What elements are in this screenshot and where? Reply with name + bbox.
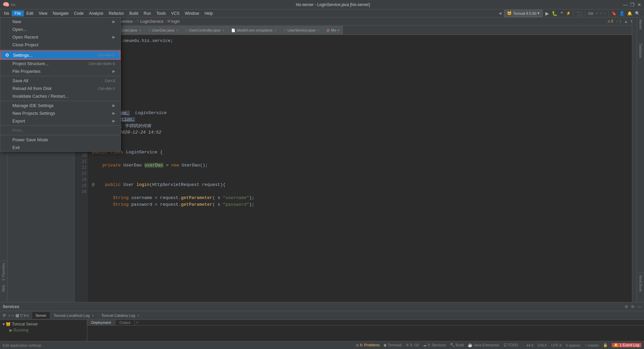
- breadcrumb-login[interactable]: M login: [167, 19, 180, 24]
- tab-close-usercontroller[interactable]: ×: [222, 29, 225, 32]
- menu-file[interactable]: File: [12, 10, 23, 16]
- menu-item-new-projects[interactable]: New Projects Settings ▶: [0, 109, 120, 117]
- service-tomcat[interactable]: ▾ 🐱 Tomcat Server: [1, 321, 86, 327]
- notification-icon[interactable]: 🔔: [627, 11, 632, 16]
- menu-item-invalidate[interactable]: Invalidate Caches / Restart...: [0, 92, 120, 100]
- menu-item-new[interactable]: New ▶: [0, 18, 120, 26]
- bottom-minimize-icon[interactable]: —: [637, 304, 641, 309]
- bottom-group[interactable]: ▦: [15, 313, 19, 318]
- web-tab[interactable]: Web: [1, 283, 6, 294]
- deployment-tabs: Deployment Output »: [87, 320, 644, 326]
- coverage-button[interactable]: ☂: [560, 11, 563, 15]
- bottom-collapse[interactable]: ↔: [11, 313, 15, 318]
- stop-button[interactable]: ⬛: [577, 11, 582, 16]
- menu-build[interactable]: Build: [127, 10, 141, 16]
- menu-item-open-recent[interactable]: Open Recent ▶: [0, 33, 120, 41]
- menu-item-exit[interactable]: Exit: [0, 144, 120, 151]
- debug-button[interactable]: 🐛: [552, 11, 557, 16]
- tab-close-tomcat-localhost[interactable]: ×: [92, 314, 94, 317]
- deployment-right-arrow[interactable]: »: [136, 320, 138, 324]
- deployment-tab[interactable]: Deployment: [87, 320, 115, 325]
- tab-usercontroller[interactable]: C UserController.java ×: [182, 26, 228, 35]
- menu-edit[interactable]: Edit: [24, 10, 36, 16]
- menu-item-settings[interactable]: ⚙ Settings... Ctrl+Alt+S: [0, 50, 120, 60]
- tab-me[interactable]: @ Me ×: [323, 26, 343, 35]
- bottom-tab-tomcat-catalina[interactable]: Tomcat Catalina Log ×: [98, 312, 143, 319]
- menu-item-project-structure[interactable]: Project Structure... Ctrl+Alt+Shift+S: [0, 60, 120, 67]
- menu-item-export[interactable]: Export ▶: [0, 117, 120, 125]
- menu-item-power-save[interactable]: Power Save Mode: [0, 136, 120, 144]
- tab-close-user[interactable]: ×: [139, 29, 141, 32]
- settings-label: Settings...: [13, 53, 98, 58]
- menu-refactor[interactable]: Refactor: [106, 10, 127, 16]
- minimize-button[interactable]: —: [623, 2, 628, 7]
- menu-item-save-all[interactable]: Save All Ctrl+S: [0, 77, 120, 85]
- breadcrumb-loginservice[interactable]: C LoginService: [137, 19, 163, 24]
- menu-code[interactable]: Code: [71, 10, 87, 16]
- menu-vcs[interactable]: VCS: [168, 10, 182, 16]
- branch-indicator[interactable]: ⑂ master: [585, 343, 599, 347]
- bottom-expand[interactable]: ↕: [8, 313, 10, 318]
- menu-item-file-properties[interactable]: File Properties ▶: [0, 67, 120, 75]
- bottom-refresh[interactable]: ⟳: [3, 313, 6, 318]
- menu-his[interactable]: his: [1, 10, 12, 16]
- bottom-settings-icon[interactable]: ⚙: [625, 304, 628, 309]
- service-running[interactable]: ▶ Running: [1, 327, 86, 333]
- bottom-play[interactable]: »: [27, 313, 29, 318]
- menu-item-manage-ide[interactable]: Manage IDE Settings ▶: [0, 102, 120, 109]
- services-indicator[interactable]: ☁ 8: Services: [423, 343, 446, 347]
- run-button[interactable]: ▶: [545, 11, 549, 16]
- tab-userservice[interactable]: C UserService.java ×: [280, 26, 323, 35]
- bottom-tab-server[interactable]: Server: [32, 312, 50, 319]
- database-panel-tab[interactable]: Database: [638, 42, 643, 60]
- menu-help[interactable]: Help: [202, 10, 215, 16]
- bookmark-button[interactable]: 🔖: [611, 11, 616, 16]
- nav-back-icon[interactable]: ◀: [499, 11, 501, 15]
- close-button[interactable]: ✕: [637, 2, 641, 7]
- menu-item-close-project[interactable]: Close Project: [0, 41, 120, 49]
- menu-tools[interactable]: Tools: [154, 10, 168, 16]
- run-config[interactable]: 🐱 Tomcat 8.5.60 ▾: [504, 10, 543, 17]
- tab-close-userservice[interactable]: ×: [317, 29, 319, 32]
- menu-run[interactable]: Run: [141, 10, 154, 16]
- problems-indicator[interactable]: ⚠ 6: Problems: [356, 343, 380, 347]
- terminal-indicator[interactable]: ◼ Terminal: [384, 343, 401, 347]
- word-book-tab[interactable]: Word Book: [638, 273, 643, 294]
- favorites-tab[interactable]: 2: Favorites: [1, 261, 6, 283]
- search-everywhere[interactable]: 🔍: [635, 11, 640, 16]
- tab-close-userdao[interactable]: ×: [176, 29, 178, 32]
- code-content[interactable]: package com.neuedu.his.service; import .…: [88, 35, 632, 302]
- menu-window[interactable]: Window: [182, 10, 202, 16]
- menu-item-print[interactable]: Print...: [0, 127, 120, 134]
- todo-indicator[interactable]: ☰ TODO: [503, 343, 518, 347]
- tab-userdao[interactable]: C UserDao.java ×: [145, 26, 182, 35]
- bottom-tab-tomcat-localhost[interactable]: Tomcat Localhost Log ×: [50, 312, 97, 319]
- tab-close-vmoptions[interactable]: ×: [275, 29, 277, 32]
- breadcrumb-sep4: ›: [165, 19, 166, 24]
- project-structure-label: Project Structure...: [12, 61, 89, 66]
- editor-scrollbar[interactable]: [632, 35, 637, 302]
- menu-item-reload[interactable]: Reload All from Disk Ctrl+Alt+Y: [0, 85, 120, 92]
- profile-button[interactable]: ⚡: [566, 11, 571, 15]
- maximize-button[interactable]: ❐: [630, 2, 635, 7]
- menu-navigate[interactable]: Navigate: [50, 10, 71, 16]
- breadcrumb-service[interactable]: service: [120, 19, 133, 24]
- tab-close-tomcat-catalina[interactable]: ×: [137, 314, 139, 317]
- bottom-filter[interactable]: ▽: [20, 313, 23, 318]
- git-indicator-status[interactable]: ⑨ 9: Git: [406, 343, 419, 347]
- tab-vmoptions[interactable]: 📄 idea64.exe.vmoptions ×: [228, 26, 280, 35]
- event-log[interactable]: 🔔 1 Event Log: [612, 343, 641, 347]
- enterprise-indicator[interactable]: ☕ Java Enterprise: [468, 343, 499, 347]
- user-icon[interactable]: 👤: [619, 11, 625, 16]
- maven-panel-tab[interactable]: Maven: [638, 17, 643, 32]
- menu-view[interactable]: View: [36, 10, 50, 16]
- bottom-more[interactable]: ≡: [23, 313, 26, 318]
- menu-analyze[interactable]: Analyze: [86, 10, 106, 16]
- menu-item-open[interactable]: Open...: [0, 26, 120, 33]
- output-tab[interactable]: Output: [115, 320, 135, 325]
- build-indicator[interactable]: 🔨 Build: [450, 343, 464, 347]
- code-area[interactable]: 1 2 3 9 10 11 12 13 14: [75, 35, 637, 302]
- tab-bar: C LoginService.java C User.java × C User…: [75, 26, 637, 35]
- breadcrumb-up[interactable]: ▲: [624, 19, 628, 24]
- bottom-options-icon[interactable]: ⚙: [631, 304, 635, 309]
